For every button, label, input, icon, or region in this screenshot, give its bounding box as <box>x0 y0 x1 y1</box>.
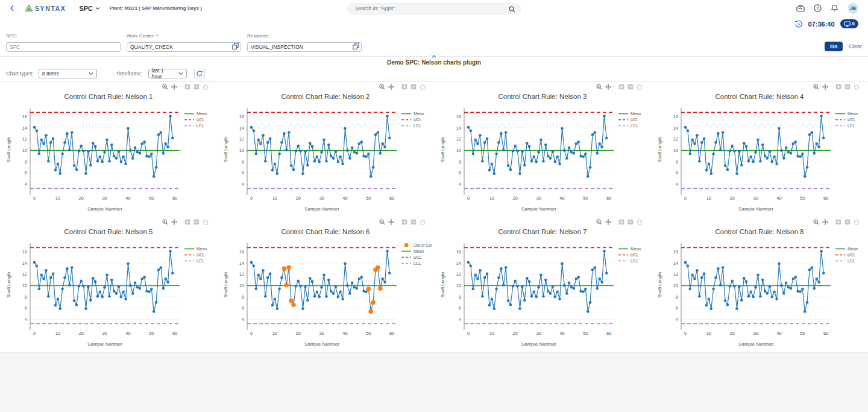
reset-axes-icon[interactable] <box>420 84 426 90</box>
pan-icon[interactable] <box>388 84 394 90</box>
zoom-icon[interactable] <box>813 84 819 90</box>
zoom-icon[interactable] <box>596 84 602 90</box>
reset-axes-icon[interactable] <box>420 219 426 225</box>
pan-icon[interactable] <box>171 84 177 90</box>
reset-axes-icon[interactable] <box>203 219 209 225</box>
zoom-icon[interactable] <box>813 219 819 225</box>
control-chart-svg[interactable]: 468101214160102030405060Sample NumberSha… <box>219 101 432 215</box>
search-icon[interactable] <box>509 4 515 15</box>
control-chart-svg[interactable]: 468101214160102030405060Sample NumberSha… <box>2 236 215 350</box>
legend-item-mean[interactable]: Mean <box>414 112 424 116</box>
pan-icon[interactable] <box>822 84 828 90</box>
legend-item-ucl[interactable]: UCL <box>414 118 422 122</box>
reset-axes-icon[interactable] <box>854 219 860 225</box>
legend-item-lcl[interactable]: LCL <box>848 259 855 263</box>
legend-item-lcl[interactable]: LCL <box>631 259 638 263</box>
data-point <box>575 142 578 145</box>
legend-item-lcl[interactable]: LCL <box>197 124 204 128</box>
bell-icon[interactable] <box>831 4 838 12</box>
legend-item-mean[interactable]: Mean <box>848 112 858 116</box>
reset-axes-icon[interactable] <box>854 84 860 90</box>
zoom-icon[interactable] <box>379 219 385 225</box>
legend-item-lcl[interactable]: LCL <box>848 124 855 128</box>
zoom-out-icon[interactable] <box>193 84 200 90</box>
help-icon[interactable]: ? <box>814 4 822 12</box>
app-menu[interactable]: SPC <box>79 5 100 12</box>
legend-item-ucl[interactable]: UCL <box>848 253 856 257</box>
legend-item-mean[interactable]: Mean <box>848 247 858 251</box>
reset-axes-icon[interactable] <box>203 84 209 90</box>
zoom-icon[interactable] <box>162 84 168 90</box>
pan-icon[interactable] <box>171 219 177 225</box>
control-chart-svg[interactable]: 468101214160102030405060Sample NumberSha… <box>436 236 649 350</box>
pan-icon[interactable] <box>605 84 611 90</box>
data-point <box>474 273 477 276</box>
legend-item-mean[interactable]: Mean <box>631 247 641 251</box>
go-button[interactable]: Go <box>825 42 843 51</box>
refresh-button[interactable] <box>194 69 205 78</box>
legend-item-ucl[interactable]: UCL <box>631 253 639 257</box>
resource-input[interactable] <box>247 42 362 52</box>
legend-item-lcl[interactable]: LCL <box>197 259 204 263</box>
clear-button[interactable]: Clear <box>849 43 862 49</box>
chart-types-select[interactable]: 8 Items <box>39 69 97 78</box>
control-chart-svg[interactable]: 468101214160102030405060Sample NumberSha… <box>2 101 215 215</box>
zoom-in-icon[interactable] <box>401 219 407 225</box>
history-icon[interactable] <box>794 20 803 28</box>
back-button[interactable] <box>10 5 14 11</box>
legend-item-ucl[interactable]: UCL <box>197 253 205 257</box>
legend-item-out-of-control[interactable]: Out of Control <box>414 243 432 247</box>
timeframe-select[interactable]: last 1 hour <box>148 69 187 78</box>
legend-item-lcl[interactable]: LCL <box>414 124 421 128</box>
legend-item-mean[interactable]: Mean <box>631 112 641 116</box>
value-help-icon[interactable] <box>353 42 359 52</box>
zoom-in-icon[interactable] <box>184 219 190 225</box>
zoom-out-icon[interactable] <box>627 84 634 90</box>
reset-axes-icon[interactable] <box>637 84 643 90</box>
value-help-icon[interactable] <box>232 42 239 52</box>
reset-axes-icon[interactable] <box>637 219 643 225</box>
zoom-in-icon[interactable] <box>618 84 624 90</box>
zoom-icon[interactable] <box>379 84 385 90</box>
control-chart-svg[interactable]: 468101214160102030405060Sample NumberSha… <box>653 101 866 215</box>
zoom-icon[interactable] <box>596 219 602 225</box>
zoom-in-icon[interactable] <box>835 84 841 90</box>
legend-item-mean[interactable]: Mean <box>414 249 424 253</box>
control-chart-svg[interactable]: 468101214160102030405060Sample NumberSha… <box>219 236 432 350</box>
zoom-out-icon[interactable] <box>844 84 851 90</box>
control-chart-svg[interactable]: 468101214160102030405060Sample NumberSha… <box>653 236 866 350</box>
syntax-logo[interactable]: SYNTAX <box>25 5 66 12</box>
legend-item-ucl[interactable]: UCL <box>197 118 205 122</box>
data-point <box>813 287 816 290</box>
legend-item-ucl[interactable]: UCL <box>414 255 422 259</box>
zoom-out-icon[interactable] <box>627 219 634 225</box>
y-tick-label: 10 <box>239 283 244 288</box>
workspace-icon[interactable] <box>796 4 805 12</box>
zoom-out-icon[interactable] <box>193 219 200 225</box>
zoom-out-icon[interactable] <box>410 84 417 90</box>
machine-badge[interactable]: 0 <box>840 19 858 28</box>
avatar[interactable]: JB <box>848 3 858 14</box>
collapse-filter-button[interactable] <box>429 52 439 60</box>
search-input[interactable] <box>347 3 521 14</box>
legend-item-mean[interactable]: Mean <box>197 247 207 251</box>
zoom-in-icon[interactable] <box>618 219 624 225</box>
legend-item-mean[interactable]: Mean <box>197 112 207 116</box>
legend-item-ucl[interactable]: UCL <box>848 118 856 122</box>
zoom-in-icon[interactable] <box>835 219 841 225</box>
zoom-out-icon[interactable] <box>844 219 851 225</box>
data-point <box>155 166 158 169</box>
zoom-in-icon[interactable] <box>184 84 190 90</box>
control-chart-svg[interactable]: 468101214160102030405060Sample NumberSha… <box>436 101 649 215</box>
zoom-icon[interactable] <box>162 219 168 225</box>
pan-icon[interactable] <box>605 219 611 225</box>
sfc-input[interactable] <box>6 42 121 52</box>
zoom-in-icon[interactable] <box>401 84 407 90</box>
legend-item-ucl[interactable]: UCL <box>631 118 639 122</box>
pan-icon[interactable] <box>388 219 394 225</box>
legend-item-lcl[interactable]: LCL <box>414 261 421 265</box>
legend-item-lcl[interactable]: LCL <box>631 124 638 128</box>
work-center-input[interactable] <box>127 42 241 52</box>
pan-icon[interactable] <box>822 219 828 225</box>
zoom-out-icon[interactable] <box>410 219 417 225</box>
